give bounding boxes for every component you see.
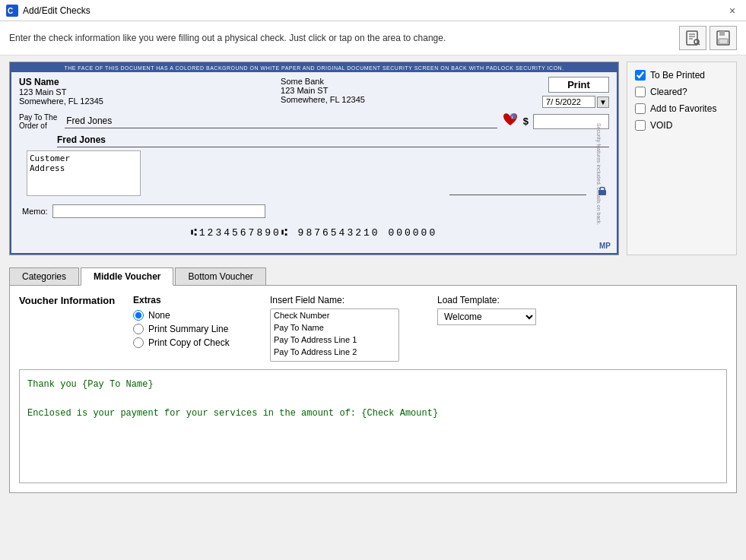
insert-field-section: Insert Field Name: Check Number Pay To N… (270, 295, 422, 362)
print-date-section: Print ▼ (542, 77, 609, 108)
preview-icon (685, 30, 700, 46)
address-box: Customer Address (27, 150, 141, 198)
payee-input[interactable] (65, 114, 497, 128)
bank-section: Some Bank 123 Main ST Somewhere, FL 1234… (281, 77, 365, 104)
app-icon: C (6, 5, 18, 17)
load-template-label: Load Template: (437, 295, 536, 305)
voucher-top-row: Voucher Information Extras None Print Su… (19, 295, 727, 362)
check-middle-row: Customer Address (19, 150, 141, 198)
svg-point-6 (694, 40, 699, 44)
us-name-section: US Name 123 Main ST Somewhere, FL 12345 (19, 77, 103, 106)
tabs-container: Categories Middle Voucher Bottom Voucher… (0, 261, 746, 493)
close-button[interactable]: × (725, 3, 740, 18)
memo-row: Memo: (19, 204, 609, 218)
cleared-option: Cleared? (635, 87, 729, 97)
signature-line (449, 195, 586, 195)
voucher-info-label: Voucher Information (19, 295, 118, 306)
signature-area (141, 150, 609, 198)
order-of-label: Order of (19, 122, 47, 130)
void-checkbox[interactable] (635, 120, 646, 131)
svg-rect-13 (598, 190, 606, 195)
add-to-favorites-option: Add to Favorites (635, 103, 729, 114)
extras-section: Extras None Print Summary Line Print Cop… (133, 295, 255, 351)
cleared-checkbox[interactable] (635, 87, 646, 97)
instruction-bar: Enter the check information like you wer… (0, 21, 746, 55)
instruction-text: Enter the check information like you wer… (9, 33, 446, 43)
extras-title: Extras (133, 295, 255, 305)
field-option-pay-to-name[interactable]: Pay To Name (271, 321, 398, 334)
date-row: ▼ (542, 96, 609, 108)
address-textarea[interactable]: Customer Address (27, 150, 141, 196)
us-address1: 123 Main ST (19, 87, 103, 96)
print-button[interactable]: Print (548, 77, 609, 93)
memo-label: Memo: (22, 207, 48, 216)
insert-field-listbox[interactable]: Check Number Pay To Name Pay To Address … (270, 308, 399, 362)
main-content: THE FACE OF THIS DOCUMENT HAS A COLORED … (0, 55, 746, 261)
side-text: Security features included. Details on b… (596, 123, 602, 225)
add-to-favorites-checkbox[interactable] (635, 103, 646, 114)
to-be-printed-label: To Be Printed (650, 70, 705, 81)
heart-svg: i (502, 111, 519, 128)
us-name: US Name (19, 77, 103, 87)
tabs-bar: Categories Middle Voucher Bottom Voucher (9, 267, 737, 286)
radio-none-label: None (148, 310, 170, 321)
svg-line-7 (699, 44, 700, 46)
svg-rect-9 (719, 31, 725, 36)
radio-print-summary: Print Summary Line (133, 324, 255, 334)
bank-name: Some Bank (281, 77, 365, 86)
bank-city: Somewhere, FL 12345 (281, 95, 365, 104)
to-be-printed-option: To Be Printed (635, 70, 729, 81)
load-template-section: Load Template: Welcome Standard Custom (437, 295, 536, 325)
pay-to-row: Pay To The Order of i $ (19, 111, 609, 131)
mp-label: MP (11, 242, 617, 253)
save-icon (716, 30, 731, 46)
radio-print-copy-label: Print Copy of Check (148, 337, 230, 348)
svg-rect-10 (719, 39, 728, 44)
check-middle-section: Customer Address Security features inclu… (19, 150, 609, 198)
date-input[interactable] (542, 96, 595, 108)
tab-bottom-voucher[interactable]: Bottom Voucher (175, 267, 265, 285)
heart-icon[interactable]: i (502, 111, 519, 131)
security-banner: THE FACE OF THIS DOCUMENT HAS A COLORED … (11, 64, 617, 72)
field-option-address-1[interactable]: Pay To Address Line 1 (271, 334, 398, 346)
check-area: THE FACE OF THIS DOCUMENT HAS A COLORED … (9, 62, 619, 255)
title-bar: C Add/Edit Checks × (0, 0, 746, 21)
memo-input[interactable] (52, 204, 265, 218)
toolbar-icons (679, 26, 737, 50)
cleared-label: Cleared? (650, 87, 687, 97)
add-to-favorites-label: Add to Favorites (650, 103, 716, 114)
field-option-check-number[interactable]: Check Number (271, 309, 398, 321)
pay-to-label: Pay To The (19, 113, 57, 122)
preview-button[interactable] (679, 26, 706, 50)
voucher-textarea[interactable]: Thank you {Pay To Name} Enclosed is your… (19, 369, 727, 483)
check-options-panel: To Be Printed Cleared? Add to Favorites … (627, 62, 737, 255)
title-bar-left: C Add/Edit Checks (6, 5, 90, 17)
check-top-row: US Name 123 Main ST Somewhere, FL 12345 … (19, 77, 609, 108)
title-bar-title: Add/Edit Checks (23, 5, 90, 16)
void-option: VOID (635, 120, 729, 131)
insert-field-label: Insert Field Name: (270, 295, 422, 305)
field-option-address-2[interactable]: Pay To Address Line 2 (271, 346, 398, 358)
tab-categories[interactable]: Categories (9, 267, 79, 285)
radio-print-copy: Print Copy of Check (133, 337, 255, 348)
padlock-icon (597, 185, 608, 196)
radio-print-summary-label: Print Summary Line (148, 324, 228, 334)
payee-name-line: Fred Jones (57, 134, 609, 147)
side-icon (597, 185, 608, 198)
save-button[interactable] (709, 26, 737, 50)
check-body: US Name 123 Main ST Somewhere, FL 12345 … (11, 72, 617, 223)
voucher-content: Voucher Information Extras None Print Su… (9, 286, 737, 493)
void-label: VOID (650, 120, 672, 131)
radio-print-summary-input[interactable] (133, 324, 144, 334)
radio-print-copy-input[interactable] (133, 337, 144, 348)
dollar-sign: $ (523, 115, 529, 127)
date-picker-button[interactable]: ▼ (597, 96, 609, 108)
check-document: THE FACE OF THIS DOCUMENT HAS A COLORED … (10, 62, 618, 255)
to-be-printed-checkbox[interactable] (635, 70, 646, 81)
micr-line: ⑆1234567890⑆ 9876543210 000000 (11, 223, 617, 242)
tab-middle-voucher[interactable]: Middle Voucher (81, 267, 173, 286)
svg-rect-2 (687, 31, 697, 45)
us-city: Somewhere, FL 12345 (19, 96, 103, 106)
radio-none-input[interactable] (133, 310, 144, 321)
load-template-select[interactable]: Welcome Standard Custom (437, 308, 536, 325)
